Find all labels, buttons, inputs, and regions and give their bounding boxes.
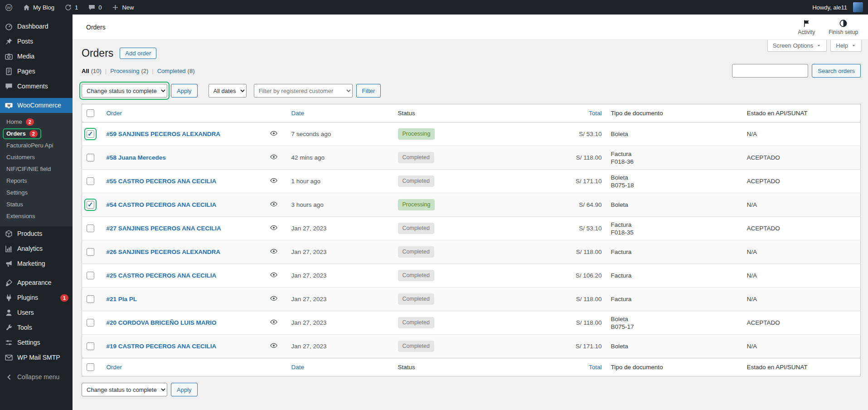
sidebar-item-tools[interactable]: Tools	[0, 320, 73, 335]
preview-order-icon[interactable]	[270, 153, 278, 161]
row-checkbox[interactable]	[87, 130, 94, 138]
sidebar-item-products[interactable]: Products	[0, 226, 73, 241]
sidebar-item-appearance[interactable]: Appearance	[0, 275, 73, 290]
order-link[interactable]: #54 CASTRO PECEROS ANA CECILIA	[107, 201, 217, 208]
apply-button[interactable]: Apply	[171, 84, 198, 98]
row-checkbox[interactable]	[87, 201, 94, 209]
sidebar-item-woocommerce[interactable]: WWooCommerce	[0, 98, 73, 113]
sidebar-subitem-home[interactable]: Home2	[0, 116, 73, 128]
preview-order-icon[interactable]	[270, 224, 278, 232]
sidebar-item-label: Appearance	[17, 279, 68, 287]
finish-setup-button[interactable]: Finish setup	[829, 19, 858, 35]
sidebar-item-settings[interactable]: Settings	[0, 335, 73, 350]
preview-order-icon[interactable]	[270, 200, 278, 208]
sidebar-item-wp-mail-smtp[interactable]: WP Mail SMTP	[0, 350, 73, 365]
sidebar-item-media[interactable]: Media	[0, 49, 73, 64]
column-header-doc: Tipo de documento	[606, 358, 742, 376]
screen-meta: Screen Options Help	[767, 40, 862, 52]
screen-options-tab[interactable]: Screen Options	[767, 40, 827, 52]
activity-button[interactable]: Activity	[798, 19, 815, 35]
column-sort-date[interactable]: Date	[291, 364, 305, 371]
view-all[interactable]: All(10)	[82, 68, 102, 74]
filter-button[interactable]: Filter	[356, 84, 381, 98]
order-link[interactable]: #26 SANJINES PECEROS ALEXANDRA	[107, 249, 221, 255]
new-content-menu[interactable]: New	[107, 0, 139, 15]
row-checkbox[interactable]	[87, 319, 94, 327]
sidebar-item-label: WP Mail SMTP	[17, 354, 68, 361]
sidebar-item-pages[interactable]: Pages	[0, 64, 73, 79]
sidebar-item-comments[interactable]: Comments	[0, 79, 73, 94]
row-checkbox[interactable]	[87, 342, 94, 350]
sidebar-subitem-facturaloperu-api[interactable]: FacturaloPeru Api	[0, 140, 73, 151]
preview-order-icon[interactable]	[270, 342, 278, 350]
order-doc-type: FacturaF018-36	[606, 146, 742, 170]
column-sort-date[interactable]: Date	[291, 110, 305, 117]
select-all-checkbox[interactable]	[87, 363, 94, 371]
preview-order-icon[interactable]	[270, 318, 278, 326]
sidebar-item-collapse-menu[interactable]: Collapse menu	[0, 370, 73, 385]
sidebar-subitem-orders[interactable]: Orders2	[0, 128, 73, 140]
search-orders-button[interactable]: Search orders	[812, 64, 861, 78]
order-link[interactable]: #59 SANJINES PECEROS ALEXANDRA	[107, 131, 221, 137]
sidebar-item-posts[interactable]: Posts	[0, 34, 73, 49]
row-checkbox[interactable]	[87, 248, 94, 256]
help-tab[interactable]: Help	[830, 40, 862, 52]
howdy-account-menu[interactable]: Howdy, ale11	[807, 0, 868, 15]
order-link[interactable]: #20 CORDOVA BRICEÑO LUIS MARIO	[107, 319, 217, 326]
search-orders-input[interactable]	[732, 64, 808, 78]
row-checkbox[interactable]	[87, 225, 94, 232]
sidebar-subitem-reports[interactable]: Reports	[0, 175, 73, 187]
order-link[interactable]: #19 CASTRO PECEROS ANA CECILIA	[107, 343, 217, 350]
order-link[interactable]: #55 CASTRO PECEROS ANA CECILIA	[107, 178, 217, 185]
sidebar-subitem-status[interactable]: Status	[0, 199, 73, 210]
sidebar-item-label: Users	[17, 309, 68, 317]
apply-button-bottom[interactable]: Apply	[171, 383, 198, 396]
column-sort-total[interactable]: Total	[589, 364, 602, 371]
add-order-button[interactable]: Add order	[120, 48, 156, 59]
sidebar-item-label: Settings	[17, 339, 68, 347]
order-link[interactable]: #58 Juana Mercedes	[107, 154, 166, 161]
order-link[interactable]: #21 Pla PL	[107, 296, 137, 303]
column-sort-total[interactable]: Total	[589, 110, 602, 117]
row-checkbox[interactable]	[87, 154, 94, 161]
preview-order-icon[interactable]	[270, 294, 278, 303]
row-checkbox[interactable]	[87, 272, 94, 279]
chevron-down-icon	[816, 43, 821, 48]
sidebar-item-label: Plugins	[17, 294, 56, 302]
users-icon	[4, 308, 13, 317]
sidebar-subitem-nif-cif-nie-field[interactable]: NIF/CIF/NIE field	[0, 163, 73, 175]
sidebar-subitem-extensions[interactable]: Extensions	[0, 210, 73, 222]
view-processing[interactable]: Processing(2)	[110, 68, 148, 74]
bulk-action-select-bottom[interactable]: Change status to complete	[82, 383, 167, 396]
bulk-action-select[interactable]: Change status to complete	[82, 84, 167, 98]
customer-filter-select[interactable]: Filter by registered customer	[254, 84, 353, 98]
view-completed[interactable]: Completed(8)	[157, 68, 195, 74]
order-link[interactable]: #27 SANJINES PECEROS ANA CECILIA	[107, 225, 221, 232]
sidebar-item-analytics[interactable]: Analytics	[0, 241, 73, 256]
column-header-order: Order	[102, 104, 265, 122]
sidebar-subitem-settings[interactable]: Settings	[0, 187, 73, 199]
admin-bar-left: W My Blog 1 0 New	[0, 0, 139, 15]
preview-order-icon[interactable]	[270, 176, 278, 185]
column-sort-order[interactable]: Order	[107, 110, 122, 117]
sidebar-subitem-customers[interactable]: Customers	[0, 151, 73, 163]
order-link[interactable]: #25 CASTRO PECEROS ANA CECILIA	[107, 272, 217, 279]
row-checkbox[interactable]	[87, 295, 94, 303]
sidebar-item-plugins[interactable]: Plugins1	[0, 290, 73, 305]
preview-order-icon[interactable]	[270, 271, 278, 279]
row-checkbox[interactable]	[87, 177, 94, 185]
site-name-menu[interactable]: My Blog	[18, 0, 59, 15]
date-filter-select[interactable]: All dates	[209, 84, 247, 98]
view-item: Processing(2)	[110, 68, 157, 74]
updates-menu[interactable]: 1	[59, 0, 83, 15]
preview-order-icon[interactable]	[270, 129, 278, 137]
comments-menu[interactable]: 0	[83, 0, 107, 15]
column-sort-order[interactable]: Order	[107, 364, 122, 371]
preview-order-icon[interactable]	[270, 247, 278, 255]
view-count: (2)	[141, 68, 148, 74]
sidebar-item-dashboard[interactable]: Dashboard	[0, 19, 73, 34]
select-all-checkbox[interactable]	[87, 109, 94, 117]
sidebar-item-marketing[interactable]: Marketing	[0, 256, 73, 271]
sidebar-item-users[interactable]: Users	[0, 305, 73, 320]
wordpress-logo-menu[interactable]: W	[0, 0, 18, 15]
